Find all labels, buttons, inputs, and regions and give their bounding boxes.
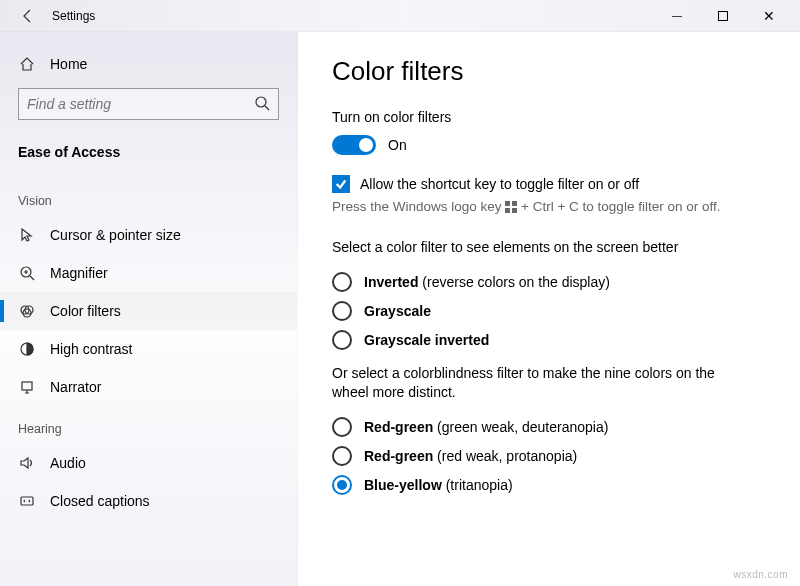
page-title: Color filters	[332, 56, 766, 87]
radio-grayscale[interactable]: Grayscale	[332, 301, 766, 321]
search-input[interactable]	[27, 96, 254, 112]
main-panel: Color filters Turn on color filters On A…	[298, 32, 800, 586]
radio-icon	[332, 330, 352, 350]
color-filters-icon	[18, 303, 36, 319]
radio-inverted[interactable]: Inverted (reverse colors on the display)	[332, 272, 766, 292]
captions-icon	[18, 493, 36, 509]
magnifier-icon	[18, 265, 36, 281]
arrow-left-icon	[20, 8, 36, 24]
radio-icon	[332, 446, 352, 466]
check-icon	[334, 177, 348, 191]
sidebar-item-narrator[interactable]: Narrator	[0, 368, 297, 406]
sidebar-item-color-filters[interactable]: Color filters	[0, 292, 297, 330]
home-nav[interactable]: Home	[0, 52, 297, 88]
sidebar-item-cursor-pointer[interactable]: Cursor & pointer size	[0, 216, 297, 254]
minus-icon: —	[672, 10, 682, 21]
radio-grayscale-inverted[interactable]: Grayscale inverted	[332, 330, 766, 350]
shortcut-hint: Press the Windows logo key + Ctrl + C to…	[332, 199, 766, 214]
radio-icon	[332, 301, 352, 321]
maximize-button[interactable]	[700, 0, 746, 32]
cursor-icon	[18, 227, 36, 243]
radio-icon	[332, 417, 352, 437]
colorblind-section-label: Or select a colorblindness filter to mak…	[332, 364, 752, 403]
search-box[interactable]	[18, 88, 279, 120]
home-label: Home	[50, 56, 87, 72]
contrast-icon	[18, 341, 36, 357]
sidebar-item-label: Closed captions	[50, 493, 150, 509]
shortcut-checkbox-label: Allow the shortcut key to toggle filter …	[360, 176, 639, 192]
color-filters-toggle[interactable]	[332, 135, 376, 155]
sidebar-item-high-contrast[interactable]: High contrast	[0, 330, 297, 368]
sidebar-item-label: Color filters	[50, 303, 121, 319]
sidebar-item-label: Narrator	[50, 379, 101, 395]
radio-tritanopia[interactable]: Blue-yellow (tritanopia)	[332, 475, 766, 495]
close-button[interactable]: ✕	[746, 0, 792, 32]
sidebar-item-closed-captions[interactable]: Closed captions	[0, 482, 297, 520]
toggle-state: On	[388, 137, 407, 153]
narrator-icon	[18, 379, 36, 395]
sidebar-item-label: Magnifier	[50, 265, 108, 281]
shortcut-checkbox[interactable]	[332, 175, 350, 193]
sidebar-item-label: Cursor & pointer size	[50, 227, 181, 243]
windows-key-icon	[505, 201, 517, 213]
close-icon: ✕	[763, 8, 775, 24]
sidebar-item-magnifier[interactable]: Magnifier	[0, 254, 297, 292]
svg-rect-7	[21, 497, 33, 505]
sidebar-item-label: Audio	[50, 455, 86, 471]
sidebar: Home Ease of Access Vision Cursor & poin…	[0, 32, 298, 586]
window-title: Settings	[48, 9, 654, 23]
sidebar-item-audio[interactable]: Audio	[0, 444, 297, 482]
radio-icon	[332, 475, 352, 495]
watermark: wsxdn.com	[733, 569, 788, 580]
sidebar-item-label: High contrast	[50, 341, 132, 357]
toggle-label: Turn on color filters	[332, 109, 766, 125]
category-label: Ease of Access	[0, 138, 297, 178]
filter-section-label: Select a color filter to see elements on…	[332, 238, 752, 258]
svg-point-0	[256, 97, 266, 107]
section-hearing: Hearing	[0, 414, 297, 444]
back-button[interactable]	[8, 8, 48, 24]
square-icon	[718, 11, 728, 21]
radio-deuteranopia[interactable]: Red-green (green weak, deuteranopia)	[332, 417, 766, 437]
svg-rect-6	[22, 382, 32, 390]
titlebar: Settings — ✕	[0, 0, 800, 32]
audio-icon	[18, 455, 36, 471]
home-icon	[18, 56, 36, 72]
radio-protanopia[interactable]: Red-green (red weak, protanopia)	[332, 446, 766, 466]
radio-icon	[332, 272, 352, 292]
search-icon	[254, 95, 270, 114]
minimize-button[interactable]: —	[654, 0, 700, 32]
section-vision: Vision	[0, 186, 297, 216]
